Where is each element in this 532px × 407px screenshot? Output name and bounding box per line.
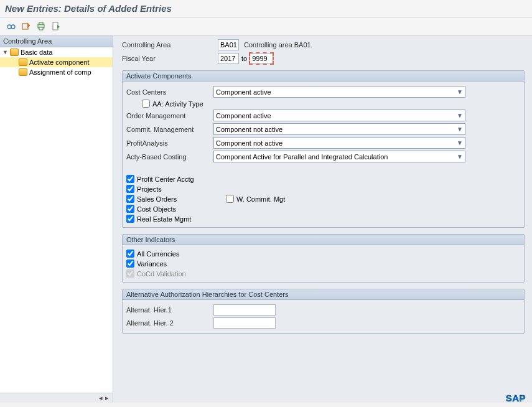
profit-center-label: Profit Center Acctg [137,175,194,183]
print-icon[interactable] [36,21,46,31]
commit-mgmt-dropdown[interactable]: Component not active ▼ [213,123,465,135]
folder-icon [19,58,27,66]
content: Controlling Area BA01 Controlling area B… [113,35,532,403]
alt-hier2-label: Alternat. Hier. 2 [126,319,213,327]
cocd-validation-checkbox [126,269,134,278]
tree-item-label: Activate component [29,58,90,66]
tree-item-activate-component[interactable]: Activate component [0,57,113,67]
svg-point-1 [11,25,15,29]
cocd-validation-label: CoCd Validation [137,270,186,278]
all-currencies-label: All Currencies [137,250,179,258]
fiscal-year-to[interactable]: 9999 [250,53,273,64]
sap-logo: SAP [506,393,526,403]
glasses-icon[interactable] [6,21,16,31]
controlling-area-label: Controlling Area [122,41,215,49]
controlling-area-value: BA01 [218,39,239,50]
profit-analysis-label: ProfitAnalysis [126,139,213,147]
cost-centers-dropdown[interactable]: Component active ▼ [213,86,465,98]
scroll-left-icon[interactable]: ◂ [99,394,103,402]
w-commit-checkbox[interactable] [226,195,234,203]
dropdown-value: Component not active [216,139,282,147]
commit-mgmt-label: Commit. Management [126,126,213,133]
svg-rect-5 [39,27,43,30]
w-commit-label: W. Commit. Mgt [236,195,285,203]
group-title: Alternative Authorization Hierarchies fo… [123,289,524,300]
controlling-area-desc: Controlling area BA01 [244,41,311,49]
scroll-right-icon[interactable]: ▸ [105,394,109,402]
group-other-indicators: Other Indicators All Currencies Variance… [122,234,525,283]
fiscal-year-to-word: to [241,55,247,62]
cost-centers-label: Cost Centers [126,88,213,96]
order-mgmt-dropdown[interactable]: Component active ▼ [213,110,465,121]
profit-center-checkbox[interactable] [126,175,134,183]
tree-root-basic-data[interactable]: ▼ Basic data [0,47,113,57]
tree: ▼ Basic data Activate component Assignme… [0,47,113,393]
group-title: Activate Components [123,71,524,82]
svg-rect-4 [39,22,43,24]
abc-label: Acty-Based Costing [126,153,213,161]
dropdown-value: Component not active [216,126,282,133]
dropdown-value: Component active [216,112,271,119]
chevron-down-icon: ▼ [457,126,463,133]
projects-label: Projects [137,185,162,193]
aa-activity-label: AA: Activity Type [152,100,203,108]
folder-icon [19,68,27,76]
toolbar [0,17,532,35]
group-activate-components: Activate Components Cost Centers Compone… [122,70,525,228]
real-estate-label: Real Estate Mgmt [137,215,191,223]
projects-checkbox[interactable] [126,185,134,193]
svg-rect-2 [22,24,28,29]
alt-hier1-label: Alternat. Hier.1 [126,306,213,314]
chevron-down-icon: ▼ [457,139,463,146]
dropdown-value: Component active [216,88,271,96]
dropdown-value: Component Active for Parallel and Integr… [216,153,388,161]
all-currencies-checkbox[interactable] [126,250,134,258]
fiscal-year-from: 2017 [218,53,239,64]
group-title: Other Indicators [123,235,524,245]
variances-label: Variances [137,260,167,268]
tree-item-label: Assignment of comp [29,68,91,76]
sidebar: Controlling Area ▼ Basic data Activate c… [0,35,113,403]
real-estate-checkbox[interactable] [126,215,134,223]
page-title: New Entries: Details of Added Entries [0,0,532,17]
export-icon[interactable] [51,21,61,31]
variances-checkbox[interactable] [126,260,134,268]
chevron-down-icon: ▼ [457,112,463,119]
profit-analysis-dropdown[interactable]: Component not active ▼ [213,137,465,149]
alt-hier1-input[interactable] [213,304,276,316]
svg-point-0 [7,25,11,29]
cost-objects-label: Cost Objects [137,205,176,213]
sales-orders-checkbox[interactable] [126,195,134,203]
sales-orders-label: Sales Orders [137,195,177,203]
alt-hier2-input[interactable] [213,317,276,329]
tree-root-label: Basic data [21,49,52,56]
order-mgmt-label: Order Management [126,112,213,119]
chevron-down-icon: ▼ [457,88,463,95]
delimit-icon[interactable] [21,21,31,31]
folder-open-icon [10,49,19,56]
expand-arrow-icon: ▼ [2,49,8,55]
group-alt-auth: Alternative Authorization Hierarchies fo… [122,289,525,334]
aa-activity-checkbox[interactable] [142,100,150,108]
sidebar-footer: ◂ ▸ [0,393,113,403]
sidebar-header: Controlling Area [0,35,113,47]
fiscal-year-label: Fiscal Year [122,55,215,62]
abc-dropdown[interactable]: Component Active for Parallel and Integr… [213,151,465,162]
cost-objects-checkbox[interactable] [126,205,134,213]
tree-item-assignment[interactable]: Assignment of comp [0,67,113,77]
svg-rect-6 [53,22,58,30]
chevron-down-icon: ▼ [457,153,463,160]
